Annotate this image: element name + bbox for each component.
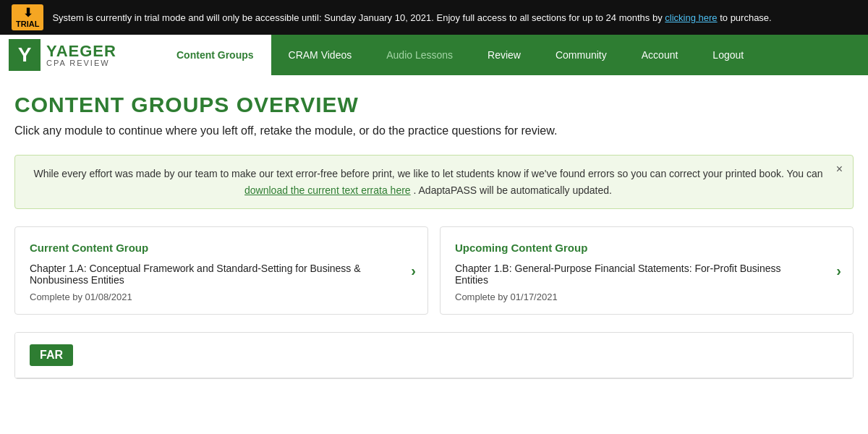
download-icon: ⬇ [23, 6, 33, 20]
page-title: CONTENT GROUPS OVERVIEW [14, 93, 854, 117]
logo-letter: Y [18, 43, 32, 67]
trial-banner: ⬇ TRIAL System is currently in trial mod… [0, 0, 868, 35]
logo-text: YAEGER CPA REVIEW [46, 43, 116, 67]
trial-badge: ⬇ TRIAL [12, 4, 43, 30]
logo-sub: CPA REVIEW [46, 59, 116, 67]
trial-link[interactable]: clicking here [665, 12, 717, 23]
upcoming-card-date: Complete by 01/17/2021 [455, 292, 838, 302]
nav-links: Content Groups CRAM Videos Audio Lessons… [159, 35, 868, 75]
upcoming-card-title: Upcoming Content Group [455, 242, 838, 254]
current-card-date: Complete by 01/08/2021 [30, 292, 413, 302]
trial-label: TRIAL [16, 20, 39, 29]
nav-community[interactable]: Community [538, 35, 624, 75]
far-badge: FAR [30, 344, 73, 366]
upcoming-card-chapter: Chapter 1.B: General-Purpose Financial S… [455, 263, 838, 286]
nav-audio-lessons[interactable]: Audio Lessons [369, 35, 470, 75]
far-section: FAR [14, 332, 854, 379]
current-card-arrow: › [411, 263, 416, 279]
nav-content-groups[interactable]: Content Groups [159, 35, 271, 75]
current-card-title: Current Content Group [30, 242, 413, 254]
alert-text-after: . AdaptaPASS will be automatically updat… [414, 184, 612, 196]
far-header: FAR [15, 333, 853, 378]
logo-area: Y YAEGER CPA REVIEW [0, 35, 159, 75]
upcoming-content-card[interactable]: Upcoming Content Group Chapter 1.B: Gene… [440, 226, 854, 315]
page-subtitle: Click any module to continue where you l… [14, 124, 854, 137]
logo-name: YAEGER [46, 43, 116, 59]
cards-row: Current Content Group Chapter 1.A: Conce… [14, 226, 854, 315]
nav-review[interactable]: Review [470, 35, 538, 75]
alert-text-before: While every effort was made by our team … [33, 168, 822, 179]
alert-box: While every effort was made by our team … [14, 155, 854, 209]
main-content: CONTENT GROUPS OVERVIEW Click any module… [0, 75, 868, 396]
upcoming-card-arrow: › [836, 263, 841, 279]
current-card-chapter: Chapter 1.A: Conceptual Framework and St… [30, 263, 413, 286]
alert-close-button[interactable]: × [836, 163, 843, 176]
main-nav: Y YAEGER CPA REVIEW Content Groups CRAM … [0, 35, 868, 75]
alert-link[interactable]: download the current text errata here [244, 184, 411, 196]
current-content-card[interactable]: Current Content Group Chapter 1.A: Conce… [14, 226, 428, 315]
trial-message: System is currently in trial mode and wi… [52, 12, 771, 23]
nav-cram-videos[interactable]: CRAM Videos [271, 35, 370, 75]
nav-account[interactable]: Account [624, 35, 696, 75]
logo-box: Y [9, 39, 41, 71]
nav-logout[interactable]: Logout [695, 35, 761, 75]
